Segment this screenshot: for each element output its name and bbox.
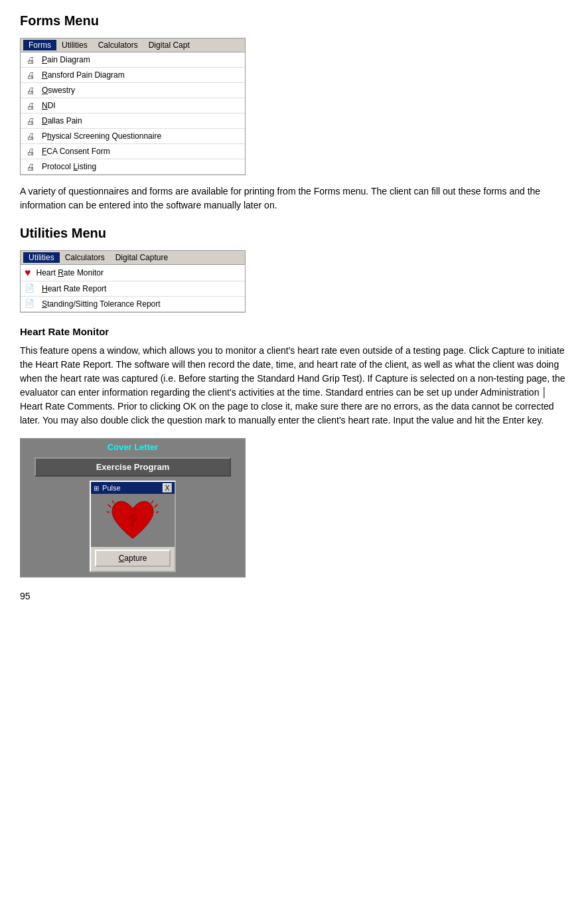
menu-item-ransford[interactable]: 🖨 Ransford Pain Diagram bbox=[21, 68, 245, 83]
menu-item-standing-sitting[interactable]: 📄 Standing/Sitting Tolerance Report bbox=[21, 297, 245, 312]
menu-label-dallas-pain: Dallas Pain bbox=[42, 116, 82, 125]
menu-label-oswestry: Oswestry bbox=[42, 86, 75, 95]
menu-item-pain-diagram[interactable]: 🖨 Pain Diagram bbox=[21, 52, 245, 68]
exercise-program-label: Exercise Program bbox=[96, 462, 170, 472]
menu-label-protocol-listing: Protocol Listing bbox=[42, 162, 96, 171]
menu-label-standing-sitting: Standing/Sitting Tolerance Report bbox=[42, 299, 161, 309]
cover-letter-label: Cover Letter bbox=[108, 442, 159, 452]
report-icon: 📄 bbox=[25, 283, 37, 294]
forms-menu-bar-digital[interactable]: Digital Capt bbox=[143, 40, 195, 50]
pulse-heart-area: ? bbox=[91, 494, 175, 547]
page-number: 95 bbox=[20, 591, 568, 601]
forms-description: A variety of questionnaires and forms ar… bbox=[20, 185, 568, 212]
menu-item-dallas-pain[interactable]: 🖨 Dallas Pain bbox=[21, 114, 245, 129]
capture-button[interactable]: CCaptureapture bbox=[95, 550, 171, 567]
printer-icon: 🖨 bbox=[25, 146, 37, 157]
forms-menu-title: Forms Menu bbox=[20, 13, 568, 29]
pulse-title-bar: ⊞ Pulse X bbox=[91, 482, 175, 494]
menu-item-ndi[interactable]: 🖨 NDI bbox=[21, 98, 245, 114]
report-icon-2: 📄 bbox=[25, 299, 37, 309]
svg-line-4 bbox=[155, 504, 158, 508]
svg-line-2 bbox=[107, 512, 110, 513]
heart-rate-monitor-title: Heart Rate Monitor bbox=[20, 326, 568, 337]
menu-item-oswestry[interactable]: 🖨 Oswestry bbox=[21, 83, 245, 98]
utilities-menu-bar-digital[interactable]: Digital Capture bbox=[110, 252, 173, 263]
heart-icon: ♥ bbox=[25, 267, 31, 279]
exercise-program-bar: Exercise Program bbox=[35, 457, 231, 477]
capture-screenshot: Cover Letter Exercise Program ⊞ Pulse X … bbox=[20, 438, 246, 577]
svg-line-3 bbox=[112, 500, 114, 504]
pulse-close-button[interactable]: X bbox=[163, 483, 172, 493]
menu-item-physical-screening[interactable]: 🖨 Physical Screening Questionnaire bbox=[21, 129, 245, 144]
pulse-dialog: ⊞ Pulse X ? CCaptureapture bbox=[90, 481, 176, 572]
menu-label-heart-rate-report: Heart Rate Report bbox=[42, 284, 106, 293]
forms-menu-bar-utilities[interactable]: Utilities bbox=[56, 40, 93, 50]
menu-item-fca-consent[interactable]: 🖨 FCA Consent Form bbox=[21, 144, 245, 159]
svg-line-5 bbox=[156, 512, 159, 513]
printer-icon: 🖨 bbox=[25, 161, 37, 172]
svg-line-6 bbox=[151, 500, 153, 504]
svg-text:?: ? bbox=[128, 512, 137, 530]
menu-item-protocol-listing[interactable]: 🖨 Protocol Listing bbox=[21, 159, 245, 175]
menu-item-heart-rate-monitor[interactable]: ♥ Heart Rate Monitor bbox=[21, 265, 245, 281]
pulse-title: ⊞ Pulse bbox=[94, 484, 121, 492]
forms-menu-bar-calculators[interactable]: Calculators bbox=[93, 40, 143, 50]
printer-icon: 🖨 bbox=[25, 85, 37, 96]
forms-menu-bar-forms[interactable]: Forms bbox=[23, 40, 56, 50]
menu-item-heart-rate-report[interactable]: 📄 Heart Rate Report bbox=[21, 281, 245, 297]
forms-menu-bar: Forms Utilities Calculators Digital Capt bbox=[21, 38, 245, 52]
heart-question-svg: ? bbox=[106, 497, 159, 544]
menu-label-fca-consent: FCA Consent Form bbox=[42, 147, 110, 156]
utilities-menu-title: Utilities Menu bbox=[20, 226, 568, 241]
printer-icon: 🖨 bbox=[25, 100, 37, 111]
menu-label-pain-diagram: Pain Diagram bbox=[42, 55, 90, 64]
utilities-menu-bar-calculators[interactable]: Calculators bbox=[60, 252, 110, 263]
cover-letter-bar: Cover Letter bbox=[21, 439, 244, 455]
forms-menu-screenshot: Forms Utilities Calculators Digital Capt… bbox=[20, 38, 246, 175]
utilities-menu-screenshot: Utilities Calculators Digital Capture ♥ … bbox=[20, 250, 246, 313]
utilities-menu-bar-utilities[interactable]: Utilities bbox=[23, 252, 60, 263]
menu-label-ransford: Ransford Pain Diagram bbox=[42, 70, 125, 80]
heart-rate-monitor-description: This feature opens a window, which allow… bbox=[20, 344, 568, 427]
printer-icon: 🖨 bbox=[25, 115, 37, 126]
menu-label-ndi: NDI bbox=[42, 101, 56, 110]
menu-label-heart-rate-monitor: Heart Rate Monitor bbox=[37, 268, 104, 277]
menu-label-physical-screening: Physical Screening Questionnaire bbox=[42, 131, 161, 141]
printer-icon: 🖨 bbox=[25, 131, 37, 141]
utilities-menu-bar: Utilities Calculators Digital Capture bbox=[21, 251, 245, 265]
printer-icon: 🖨 bbox=[25, 54, 37, 65]
svg-line-1 bbox=[108, 504, 111, 508]
capture-label: CCaptureapture bbox=[119, 554, 147, 563]
printer-icon: 🖨 bbox=[25, 70, 37, 80]
